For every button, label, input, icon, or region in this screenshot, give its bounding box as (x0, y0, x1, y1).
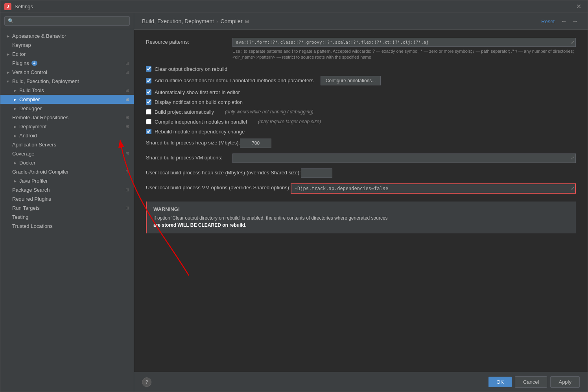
sidebar-item-android-label: Android (19, 133, 37, 139)
expand-arrow-compiler: ▶ (12, 97, 18, 102)
clear-output-checkbox[interactable] (146, 66, 151, 72)
sidebar-item-deployment-label: Deployment (19, 124, 46, 129)
breadcrumb-sep: › (216, 18, 218, 24)
compile-parallel-checkbox[interactable] (146, 119, 151, 124)
expand-arrow-debugger: ▶ (12, 106, 18, 111)
vm-options-wrapper: ⤢ (232, 153, 576, 163)
vm-options-input[interactable] (232, 153, 576, 163)
sidebar-item-keymap[interactable]: Keymap (0, 41, 134, 50)
breadcrumb-icon: ⊞ (245, 18, 249, 24)
auto-show-checkbox[interactable] (146, 89, 151, 95)
sidebar-item-gradle-android[interactable]: Gradle-Android Compiler ⊞ (0, 167, 134, 176)
sidebar-item-coverage-label: Coverage (12, 151, 34, 157)
search-input[interactable] (4, 16, 130, 26)
sidebar-item-deployment[interactable]: ▶ Deployment ⊞ (0, 122, 134, 131)
sidebar-item-version-control[interactable]: ▶ Version Control ⊞ (0, 68, 134, 77)
sidebar-item-testing[interactable]: Testing (0, 213, 134, 222)
clear-output-label: Clear output directory on rebuild (155, 66, 227, 72)
warning-text1: If option 'Clear output directory on reb… (153, 215, 388, 221)
display-notification-label: Display notification on build completion (155, 99, 243, 105)
display-notification-checkbox[interactable] (146, 99, 151, 105)
close-button[interactable]: ✕ (574, 2, 584, 11)
cancel-button[interactable]: Cancel (515, 376, 547, 388)
sidebar-item-reqplugins-label: Required Plugins (12, 196, 51, 202)
main-panel: Build, Execution, Deployment › Compiler … (134, 13, 588, 392)
main-header: Build, Execution, Deployment › Compiler … (134, 13, 588, 30)
rebuild-module-checkbox[interactable] (146, 129, 151, 134)
breadcrumb: Build, Execution, Deployment › Compiler … (142, 18, 249, 24)
warning-box: WARNING! If option 'Clear output directo… (146, 202, 576, 233)
titlebar: J Settings ✕ (0, 0, 588, 13)
sidebar-item-debugger[interactable]: ▶ Debugger (0, 104, 134, 113)
vm-options-control: ⤢ (232, 153, 576, 163)
configure-annotations-button[interactable]: Configure annotations... (321, 76, 381, 85)
warning-text: If option 'Clear output directory on reb… (153, 214, 570, 229)
forward-button[interactable]: → (570, 17, 580, 26)
content-area: ▶ Appearance & Behavior Keymap ▶ Editor … (0, 13, 588, 392)
nav-tree: ▶ Appearance & Behavior Keymap ▶ Editor … (0, 29, 134, 392)
sidebar-item-android[interactable]: ▶ Android (0, 131, 134, 140)
header-actions: Reset ← → (541, 17, 580, 26)
sidebar-item-coverage[interactable]: Coverage ⊞ (0, 149, 134, 158)
sidebar-item-run-targets[interactable]: Run Targets ⊞ (0, 203, 134, 213)
sidebar-item-plugins[interactable]: Plugins 4 ⊞ (0, 59, 134, 68)
sidebar-item-appearance[interactable]: ▶ Appearance & Behavior (0, 31, 134, 41)
sidebar-item-appearance-label: Appearance & Behavior (12, 33, 66, 39)
resource-patterns-label: Resource patterns: (146, 38, 232, 45)
vm-options-label: Shared build process VM options: (146, 153, 232, 161)
sidebar-item-docker[interactable]: ▶ Docker (0, 158, 134, 167)
clear-output-row: Clear output directory on rebuild (146, 66, 576, 72)
sidebar: ▶ Appearance & Behavior Keymap ▶ Editor … (0, 13, 134, 392)
footer-left: ? (142, 377, 151, 387)
user-vm-row: User-local build process VM options (ove… (146, 183, 576, 194)
settings-window: J Settings ✕ ▶ Appearance & Behavior Key… (0, 0, 588, 392)
sidebar-item-build-execution[interactable]: ▼ Build, Execution, Deployment (0, 77, 134, 86)
compile-parallel-label: Compile independent modules in parallel (155, 119, 247, 125)
user-heap-control (301, 168, 576, 178)
search-bar (0, 13, 134, 29)
user-vm-input[interactable] (291, 183, 576, 194)
auto-show-label: Automatically show first error in editor (155, 89, 240, 95)
expand-vm-icon[interactable]: ⤢ (571, 155, 574, 161)
build-auto-checkbox[interactable] (146, 109, 151, 115)
rebuild-module-row: Rebuild module on dependency change (146, 129, 576, 135)
sidebar-item-java-profiler[interactable]: ▶ Java Profiler (0, 176, 134, 185)
apply-button[interactable]: Apply (550, 376, 580, 388)
add-runtime-label: Add runtime assertions for notnull-annot… (155, 78, 313, 83)
sidebar-item-docker-label: Docker (19, 160, 35, 166)
expand-resource-icon[interactable]: ⤢ (571, 40, 574, 45)
build-auto-label: Build project automatically (155, 109, 214, 115)
user-vm-wrapper: ⤢ (291, 183, 576, 194)
add-runtime-checkbox[interactable] (146, 78, 151, 83)
sidebar-item-remote-jar[interactable]: Remote Jar Repositories ⊞ (0, 113, 134, 122)
sidebar-item-required-plugins[interactable]: Required Plugins (0, 194, 134, 203)
sidebar-item-compiler[interactable]: ▶ Compiler ⊞ (0, 95, 134, 104)
help-button[interactable]: ? (142, 377, 151, 387)
build-auto-note: (only works while not running / debuggin… (225, 109, 313, 115)
rebuild-module-label: Rebuild module on dependency change (155, 129, 245, 135)
resource-patterns-input[interactable] (232, 38, 576, 47)
expand-uservm-icon[interactable]: ⤢ (571, 186, 574, 191)
ok-button[interactable]: OK (488, 377, 512, 387)
reset-button[interactable]: Reset (541, 18, 555, 24)
expand-arrow-bt: ▶ (12, 88, 18, 93)
sidebar-item-trusted-locations[interactable]: Trusted Locations (0, 222, 134, 231)
app-icon: J (4, 3, 11, 10)
compile-parallel-row: Compile independent modules in parallel … (146, 119, 576, 125)
heap-size-input[interactable] (240, 139, 271, 148)
sidebar-item-build-tools[interactable]: ▶ Build Tools ⊞ (0, 86, 134, 95)
sidebar-item-build-label: Build, Execution, Deployment (12, 78, 79, 84)
expand-arrow-docker: ▶ (12, 160, 18, 166)
back-button[interactable]: ← (559, 17, 569, 26)
sidebar-item-debugger-label: Debugger (19, 105, 42, 111)
sidebar-item-keymap-label: Keymap (12, 42, 31, 48)
coverage-pin: ⊞ (125, 151, 129, 156)
sidebar-item-editor[interactable]: ▶ Editor (0, 50, 134, 59)
resource-patterns-control: ⤢ Use ; to separate patterns and ! to ne… (232, 38, 576, 61)
user-heap-input[interactable] (301, 168, 332, 178)
sidebar-item-package-search[interactable]: Package Search ⊞ (0, 185, 134, 194)
heap-size-row: Shared build process heap size (Mbytes): (146, 139, 576, 148)
build-auto-row: Build project automatically (only works … (146, 109, 576, 115)
sidebar-item-app-servers[interactable]: Application Servers (0, 140, 134, 149)
user-vm-control: ⤢ (291, 183, 576, 194)
